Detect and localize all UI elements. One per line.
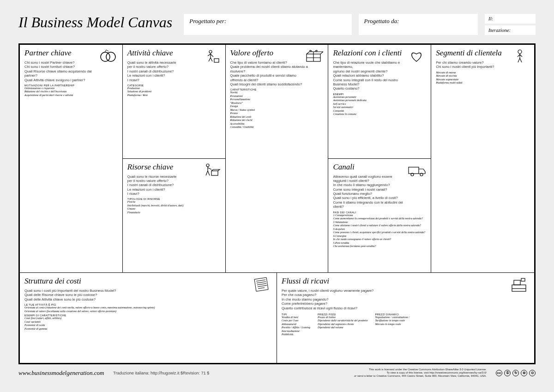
footer-translation: Traduzione italiana: http://hugowiz.it $…	[113, 371, 209, 375]
gift-icon	[304, 48, 323, 63]
svg-rect-7	[409, 167, 419, 174]
svg-rect-13	[521, 278, 525, 281]
truck-icon	[407, 163, 426, 177]
cc-icons: cc ① ↻ ⊜ ⊙	[496, 370, 536, 376]
iteration-field[interactable]: Iterazione:	[485, 25, 536, 35]
designed-for-field[interactable]: Progettato per:	[184, 14, 351, 35]
header-bar: Il Business Model Canvas Progettato per:…	[18, 14, 536, 35]
cat-list: Mercato di massa Mercato di nicchia Merc…	[436, 71, 530, 85]
cat-list: Fisiche Intellettuali (marchi, brevetti,…	[127, 200, 221, 214]
svg-rect-12	[514, 280, 520, 285]
block-questions: Che tipo di valore forniamo ai clienti? …	[230, 60, 310, 86]
block-partners: Partner chiave Chi sono i nostri Partner…	[20, 45, 122, 272]
block-questions: Quali sono le attività necessarie per il…	[127, 60, 207, 82]
worker-icon	[201, 48, 221, 63]
block-title: Flussi di ricavi	[282, 277, 530, 286]
svg-point-4	[206, 164, 209, 167]
cc-extra2-icon: ⊙	[529, 370, 536, 376]
footer-license: This work is licensed under the Creative…	[354, 368, 487, 378]
carry-box-icon	[201, 163, 221, 177]
block-activities: Attività chiave Quali sono le attività n…	[123, 45, 225, 158]
block-value: Valore offerto Che tipo di valore fornia…	[226, 45, 328, 272]
invoice-icon	[250, 277, 272, 294]
svg-point-1	[106, 52, 115, 61]
cat-list: Assistenza personale Assistenza personal…	[333, 96, 426, 116]
block-channels: Canali Attraverso quali canali vogliono …	[328, 159, 431, 273]
block-revenue: Flussi di ricavi Per quale valore, i nos…	[277, 273, 534, 363]
block-questions: Attraverso quali canali vogliono essere …	[333, 175, 412, 209]
cash-register-icon	[507, 277, 530, 294]
svg-rect-11	[512, 285, 526, 291]
svg-point-10	[518, 50, 522, 54]
rings-icon	[98, 48, 118, 63]
cat-list: Ottimizzazione e risparmio Riduzione del…	[24, 87, 118, 97]
footer-site: www.businessmodelgeneration.com	[18, 369, 104, 377]
cat-list: Orientata al costo (riduzione dei costi …	[24, 306, 272, 313]
svg-point-2	[209, 50, 212, 53]
cat-list: Prezzo di listino Dipendente dalle carat…	[318, 316, 367, 330]
cat-list: 1.Consapevolezza Come aumentiamo la cons…	[333, 214, 426, 248]
cc-extra-icon: ⊜	[521, 370, 527, 376]
heart-icon	[407, 48, 426, 63]
person-icon	[510, 48, 530, 63]
page-title: Il Business Model Canvas	[18, 14, 172, 31]
svg-rect-3	[214, 59, 219, 62]
block-questions: Quali sono i costi più importanti del no…	[24, 289, 235, 302]
block-title: Struttura dei costi	[24, 277, 272, 286]
block-questions: Quali sono le risorse necessarie per il …	[127, 175, 207, 196]
block-costs: Struttura dei costi Quali sono i costi p…	[20, 273, 277, 363]
block-questions: Per chi stiamo creando valore? Chi sono …	[436, 60, 515, 69]
block-relationships: Relazioni con i clienti Che tipo di rela…	[328, 45, 431, 158]
cat-list: Costi fissi (salari, affitti, utilities)…	[24, 317, 272, 331]
block-segments: Segmenti di clientela Per chi stiamo cre…	[431, 45, 534, 272]
block-questions: Per quale valore, i nostri clienti vogli…	[282, 289, 492, 310]
footer-bar: www.businessmodelgeneration.com Traduzio…	[18, 368, 536, 378]
cc-icon: cc	[496, 370, 502, 376]
block-questions: Che tipo di relazione vuole che stabilia…	[333, 60, 412, 91]
block-questions: Chi sono i nostri Partner chiave? Chi so…	[24, 60, 104, 82]
by-icon: ①	[504, 370, 511, 376]
cat-list: Negoziazione / contrattazione / Tariffaz…	[375, 316, 409, 326]
date-field[interactable]: Il:	[485, 14, 536, 24]
cat-list: Produzione Soluzione di problemi Piattaf…	[127, 87, 221, 97]
cat-list: Novità Prestazioni Personalizzazione "Ri…	[230, 91, 324, 129]
block-resources: Risorse chiave Quali sono le risorse nec…	[123, 159, 225, 273]
cat-list: Vendita di beni Costo per l'uso Abboname…	[282, 316, 310, 337]
svg-point-0	[101, 52, 110, 61]
designed-by-field[interactable]: Progettato da:	[359, 14, 478, 35]
sa-icon: ↻	[512, 370, 519, 376]
svg-rect-5	[211, 171, 218, 175]
canvas-frame: Partner chiave Chi sono i nostri Partner…	[18, 43, 536, 364]
